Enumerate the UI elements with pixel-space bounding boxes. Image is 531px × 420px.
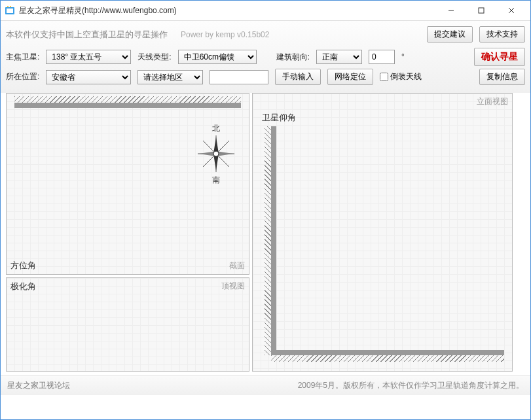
manual-input-button[interactable]: 手动输入 bbox=[275, 69, 321, 85]
svg-rect-5 bbox=[479, 8, 484, 13]
location-text-input[interactable] bbox=[210, 70, 268, 84]
azimuth-label: 方位角 bbox=[10, 260, 36, 271]
panels-area: 截面 方位角 北 南 顶视图 极化角 bbox=[1, 93, 530, 376]
north-label: 北 bbox=[196, 123, 236, 134]
section-bar bbox=[14, 103, 241, 108]
window-title: 星友之家寻星精灵(http://www.wufengbo.com) bbox=[19, 5, 436, 16]
elevation-panel: 立面视图 卫星仰角 bbox=[252, 93, 513, 372]
svg-point-3 bbox=[10, 6, 11, 7]
elevation-hatch-v bbox=[265, 126, 271, 355]
elevation-label: 卫星仰角 bbox=[262, 112, 296, 124]
degree-symbol: ° bbox=[401, 52, 405, 61]
elevation-hatch-h bbox=[271, 355, 504, 362]
minimize-button[interactable] bbox=[436, 1, 466, 20]
angle-input[interactable] bbox=[369, 50, 395, 64]
elevation-panel-tag: 立面视图 bbox=[477, 96, 508, 107]
location-label: 所在位置: bbox=[6, 71, 39, 82]
footer: 星友之家卫视论坛 2009年5月。版权所有，本软件仅作学习卫星轨道角度计算之用。 bbox=[1, 376, 530, 395]
section-panel: 截面 方位角 北 南 bbox=[6, 93, 249, 275]
topview-panel: 顶视图 极化角 bbox=[6, 277, 249, 372]
section-hatch bbox=[14, 96, 241, 103]
copy-info-button[interactable]: 复制信息 bbox=[479, 69, 525, 85]
support-button[interactable]: 技术支持 bbox=[479, 26, 525, 43]
antenna-type-select[interactable]: 中卫60cm偏馈 bbox=[178, 50, 257, 64]
powered-by: Power by kemp v0.15b02 bbox=[181, 30, 269, 39]
invert-antenna-label: 倒装天线 bbox=[390, 71, 422, 82]
close-button[interactable] bbox=[496, 1, 526, 20]
hint-text: 本软件仅支持中国上空直播卫星的寻星操作 bbox=[6, 29, 168, 41]
suggest-button[interactable]: 提交建议 bbox=[427, 26, 473, 43]
maximize-button[interactable] bbox=[466, 1, 496, 20]
svg-rect-1 bbox=[7, 9, 13, 13]
satellite-label: 主焦卫星: bbox=[6, 52, 39, 63]
invert-antenna-checkbox[interactable]: 倒装天线 bbox=[380, 71, 422, 82]
building-label: 建筑朝向: bbox=[276, 52, 310, 63]
svg-point-14 bbox=[213, 151, 219, 156]
satellite-select[interactable]: 138° 亚太五号 bbox=[46, 50, 131, 64]
section-panel-tag: 截面 bbox=[229, 260, 245, 271]
topview-panel-tag: 顶视图 bbox=[221, 281, 245, 292]
app-icon bbox=[5, 5, 15, 16]
elevation-bar-h bbox=[271, 350, 504, 355]
elevation-bar-v bbox=[271, 126, 276, 355]
toolbar-area: 本软件仅支持中国上空直播卫星的寻星操作 Power by kemp v0.15b… bbox=[1, 20, 530, 93]
region-select[interactable]: 请选择地区 bbox=[137, 70, 203, 84]
polarization-label: 极化角 bbox=[10, 281, 36, 292]
south-label: 南 bbox=[196, 175, 236, 186]
province-select[interactable]: 安徽省 bbox=[46, 70, 131, 84]
antenna-type-label: 天线类型: bbox=[137, 52, 171, 63]
building-select[interactable]: 正南 bbox=[316, 50, 362, 64]
compass-icon: 北 南 bbox=[196, 123, 236, 186]
forum-link[interactable]: 星友之家卫视论坛 bbox=[7, 380, 70, 391]
titlebar: 星友之家寻星精灵(http://www.wufengbo.com) bbox=[1, 1, 530, 20]
copyright-text: 2009年5月。版权所有，本软件仅作学习卫星轨道角度计算之用。 bbox=[298, 380, 524, 391]
confirm-search-button[interactable]: 确认寻星 bbox=[474, 48, 525, 66]
svg-point-2 bbox=[7, 6, 9, 7]
invert-antenna-input[interactable] bbox=[380, 73, 388, 81]
network-locate-button[interactable]: 网络定位 bbox=[327, 69, 373, 85]
